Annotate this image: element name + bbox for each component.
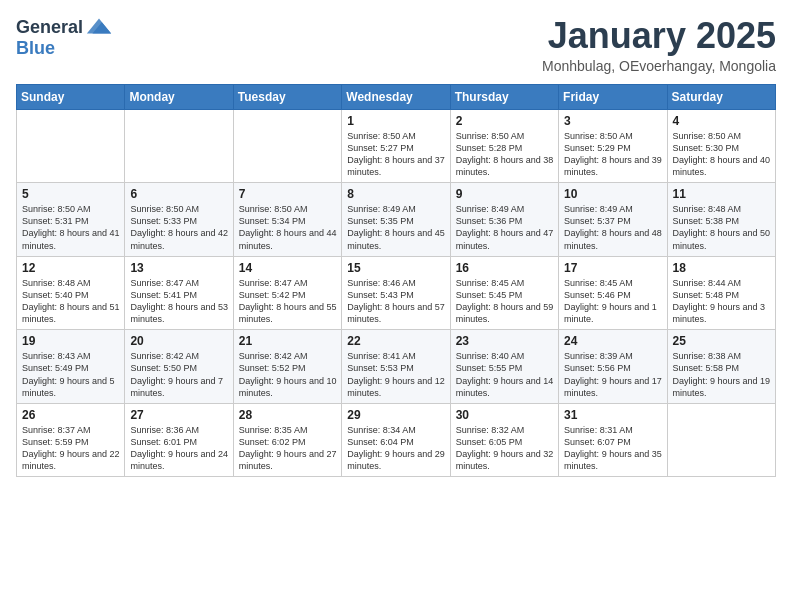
cell-content: Sunrise: 8:39 AMSunset: 5:56 PMDaylight:…	[564, 350, 662, 399]
weekday-header-wednesday: Wednesday	[342, 84, 450, 109]
cell-content: Sunrise: 8:32 AMSunset: 6:05 PMDaylight:…	[456, 424, 554, 473]
weekday-header-saturday: Saturday	[667, 84, 775, 109]
day-number: 15	[347, 261, 445, 275]
cell-content: Sunrise: 8:50 AMSunset: 5:30 PMDaylight:…	[673, 130, 771, 179]
weekday-header-monday: Monday	[125, 84, 233, 109]
cell-content: Sunrise: 8:45 AMSunset: 5:46 PMDaylight:…	[564, 277, 662, 326]
calendar-cell: 30Sunrise: 8:32 AMSunset: 6:05 PMDayligh…	[450, 403, 558, 477]
day-number: 6	[130, 187, 228, 201]
cell-content: Sunrise: 8:47 AMSunset: 5:41 PMDaylight:…	[130, 277, 228, 326]
calendar-cell: 29Sunrise: 8:34 AMSunset: 6:04 PMDayligh…	[342, 403, 450, 477]
day-number: 23	[456, 334, 554, 348]
cell-content: Sunrise: 8:45 AMSunset: 5:45 PMDaylight:…	[456, 277, 554, 326]
cell-content: Sunrise: 8:50 AMSunset: 5:29 PMDaylight:…	[564, 130, 662, 179]
month-title: January 2025	[542, 16, 776, 56]
cell-content: Sunrise: 8:40 AMSunset: 5:55 PMDaylight:…	[456, 350, 554, 399]
calendar-cell: 1Sunrise: 8:50 AMSunset: 5:27 PMDaylight…	[342, 109, 450, 183]
logo-icon	[85, 16, 113, 38]
cell-content: Sunrise: 8:50 AMSunset: 5:27 PMDaylight:…	[347, 130, 445, 179]
cell-content: Sunrise: 8:49 AMSunset: 5:36 PMDaylight:…	[456, 203, 554, 252]
calendar-cell: 10Sunrise: 8:49 AMSunset: 5:37 PMDayligh…	[559, 183, 667, 257]
weekday-header-sunday: Sunday	[17, 84, 125, 109]
day-number: 12	[22, 261, 120, 275]
cell-content: Sunrise: 8:42 AMSunset: 5:50 PMDaylight:…	[130, 350, 228, 399]
day-number: 28	[239, 408, 337, 422]
cell-content: Sunrise: 8:46 AMSunset: 5:43 PMDaylight:…	[347, 277, 445, 326]
calendar-cell: 23Sunrise: 8:40 AMSunset: 5:55 PMDayligh…	[450, 330, 558, 404]
calendar-table: SundayMondayTuesdayWednesdayThursdayFrid…	[16, 84, 776, 478]
cell-content: Sunrise: 8:50 AMSunset: 5:34 PMDaylight:…	[239, 203, 337, 252]
week-row-4: 19Sunrise: 8:43 AMSunset: 5:49 PMDayligh…	[17, 330, 776, 404]
day-number: 26	[22, 408, 120, 422]
day-number: 13	[130, 261, 228, 275]
calendar-cell	[125, 109, 233, 183]
day-number: 1	[347, 114, 445, 128]
calendar-cell: 9Sunrise: 8:49 AMSunset: 5:36 PMDaylight…	[450, 183, 558, 257]
calendar-cell: 16Sunrise: 8:45 AMSunset: 5:45 PMDayligh…	[450, 256, 558, 330]
weekday-header-tuesday: Tuesday	[233, 84, 341, 109]
cell-content: Sunrise: 8:34 AMSunset: 6:04 PMDaylight:…	[347, 424, 445, 473]
cell-content: Sunrise: 8:31 AMSunset: 6:07 PMDaylight:…	[564, 424, 662, 473]
day-number: 10	[564, 187, 662, 201]
day-number: 27	[130, 408, 228, 422]
day-number: 22	[347, 334, 445, 348]
calendar-cell: 14Sunrise: 8:47 AMSunset: 5:42 PMDayligh…	[233, 256, 341, 330]
day-number: 29	[347, 408, 445, 422]
weekday-header-thursday: Thursday	[450, 84, 558, 109]
cell-content: Sunrise: 8:36 AMSunset: 6:01 PMDaylight:…	[130, 424, 228, 473]
calendar-cell: 25Sunrise: 8:38 AMSunset: 5:58 PMDayligh…	[667, 330, 775, 404]
cell-content: Sunrise: 8:50 AMSunset: 5:28 PMDaylight:…	[456, 130, 554, 179]
weekday-header-row: SundayMondayTuesdayWednesdayThursdayFrid…	[17, 84, 776, 109]
day-number: 5	[22, 187, 120, 201]
calendar-cell: 17Sunrise: 8:45 AMSunset: 5:46 PMDayligh…	[559, 256, 667, 330]
title-block: January 2025 Monhbulag, OEvoerhangay, Mo…	[542, 16, 776, 74]
calendar-cell: 28Sunrise: 8:35 AMSunset: 6:02 PMDayligh…	[233, 403, 341, 477]
day-number: 11	[673, 187, 771, 201]
cell-content: Sunrise: 8:50 AMSunset: 5:31 PMDaylight:…	[22, 203, 120, 252]
calendar-cell: 7Sunrise: 8:50 AMSunset: 5:34 PMDaylight…	[233, 183, 341, 257]
week-row-1: 1Sunrise: 8:50 AMSunset: 5:27 PMDaylight…	[17, 109, 776, 183]
cell-content: Sunrise: 8:44 AMSunset: 5:48 PMDaylight:…	[673, 277, 771, 326]
week-row-2: 5Sunrise: 8:50 AMSunset: 5:31 PMDaylight…	[17, 183, 776, 257]
logo-general-text: General	[16, 17, 83, 38]
calendar-cell: 22Sunrise: 8:41 AMSunset: 5:53 PMDayligh…	[342, 330, 450, 404]
calendar-cell: 5Sunrise: 8:50 AMSunset: 5:31 PMDaylight…	[17, 183, 125, 257]
calendar-cell: 18Sunrise: 8:44 AMSunset: 5:48 PMDayligh…	[667, 256, 775, 330]
calendar-cell: 26Sunrise: 8:37 AMSunset: 5:59 PMDayligh…	[17, 403, 125, 477]
calendar-cell: 11Sunrise: 8:48 AMSunset: 5:38 PMDayligh…	[667, 183, 775, 257]
calendar-cell: 13Sunrise: 8:47 AMSunset: 5:41 PMDayligh…	[125, 256, 233, 330]
day-number: 30	[456, 408, 554, 422]
day-number: 8	[347, 187, 445, 201]
day-number: 21	[239, 334, 337, 348]
day-number: 31	[564, 408, 662, 422]
day-number: 3	[564, 114, 662, 128]
calendar-cell: 12Sunrise: 8:48 AMSunset: 5:40 PMDayligh…	[17, 256, 125, 330]
calendar-cell: 3Sunrise: 8:50 AMSunset: 5:29 PMDaylight…	[559, 109, 667, 183]
calendar-cell: 24Sunrise: 8:39 AMSunset: 5:56 PMDayligh…	[559, 330, 667, 404]
day-number: 25	[673, 334, 771, 348]
weekday-header-friday: Friday	[559, 84, 667, 109]
day-number: 14	[239, 261, 337, 275]
page-header: General Blue January 2025 Monhbulag, OEv…	[16, 16, 776, 74]
cell-content: Sunrise: 8:37 AMSunset: 5:59 PMDaylight:…	[22, 424, 120, 473]
day-number: 17	[564, 261, 662, 275]
cell-content: Sunrise: 8:49 AMSunset: 5:37 PMDaylight:…	[564, 203, 662, 252]
cell-content: Sunrise: 8:47 AMSunset: 5:42 PMDaylight:…	[239, 277, 337, 326]
calendar-cell: 6Sunrise: 8:50 AMSunset: 5:33 PMDaylight…	[125, 183, 233, 257]
day-number: 4	[673, 114, 771, 128]
calendar-cell: 4Sunrise: 8:50 AMSunset: 5:30 PMDaylight…	[667, 109, 775, 183]
cell-content: Sunrise: 8:38 AMSunset: 5:58 PMDaylight:…	[673, 350, 771, 399]
cell-content: Sunrise: 8:49 AMSunset: 5:35 PMDaylight:…	[347, 203, 445, 252]
cell-content: Sunrise: 8:41 AMSunset: 5:53 PMDaylight:…	[347, 350, 445, 399]
day-number: 2	[456, 114, 554, 128]
calendar-cell	[233, 109, 341, 183]
day-number: 19	[22, 334, 120, 348]
calendar-cell: 31Sunrise: 8:31 AMSunset: 6:07 PMDayligh…	[559, 403, 667, 477]
calendar-cell	[17, 109, 125, 183]
week-row-3: 12Sunrise: 8:48 AMSunset: 5:40 PMDayligh…	[17, 256, 776, 330]
cell-content: Sunrise: 8:43 AMSunset: 5:49 PMDaylight:…	[22, 350, 120, 399]
cell-content: Sunrise: 8:42 AMSunset: 5:52 PMDaylight:…	[239, 350, 337, 399]
day-number: 20	[130, 334, 228, 348]
logo: General Blue	[16, 16, 113, 59]
calendar-cell	[667, 403, 775, 477]
